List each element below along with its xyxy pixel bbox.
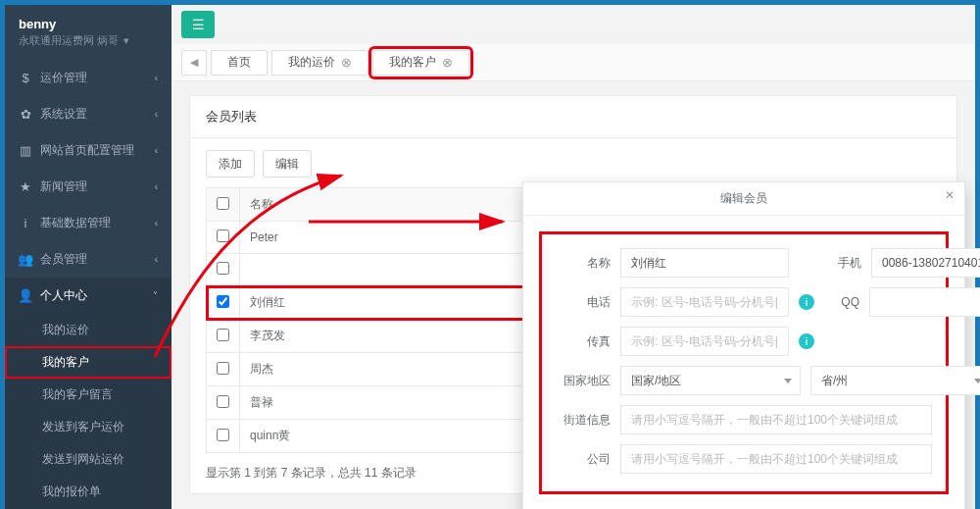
- cell-name: 刘俏红: [240, 286, 560, 320]
- user-name: benny: [19, 17, 158, 31]
- mobile-field[interactable]: [871, 248, 980, 278]
- sidebar-subitem[interactable]: 我的报价单: [5, 476, 172, 508]
- edit-button[interactable]: 编辑: [263, 150, 312, 178]
- card-title: 会员列表: [190, 96, 956, 138]
- label-phone: 电话: [556, 294, 611, 311]
- label-name: 名称: [556, 255, 611, 272]
- sidebar-item-label: 系统设置: [40, 106, 87, 123]
- main: ☰ ◀ 首页我的运价⊗我的客户⊗ 会员列表 添加 编辑: [172, 5, 975, 509]
- label-street: 街道信息: [556, 412, 611, 429]
- menu-icon: 👥: [19, 252, 32, 267]
- sidebar-subitem[interactable]: 发送到客户运价: [5, 411, 172, 443]
- tab-label: 我的客户: [389, 54, 436, 71]
- chevron-left-icon: ‹: [155, 181, 158, 192]
- topbar: ☰: [172, 5, 975, 44]
- tab[interactable]: 我的客户⊗: [372, 50, 469, 76]
- fax-field[interactable]: [620, 327, 789, 356]
- sidebar-subitem[interactable]: 我的客户留言: [5, 379, 172, 411]
- cell-name: [240, 254, 560, 286]
- sidebar-item[interactable]: i基础数据管理‹: [5, 205, 172, 241]
- menu-icon: ✿: [19, 107, 32, 122]
- select-all-checkbox[interactable]: [217, 197, 229, 210]
- chevron-left-icon: ‹: [155, 218, 158, 229]
- sidebar-item-label: 会员管理: [40, 251, 87, 268]
- sidebar-item[interactable]: 👥会员管理‹: [5, 241, 172, 278]
- label-fax: 传真: [556, 333, 611, 350]
- hamburger-button[interactable]: ☰: [181, 11, 215, 38]
- row-checkbox[interactable]: [217, 262, 229, 275]
- edit-member-dialog: 编辑会员 ✕ 名称 手机 电话: [522, 181, 965, 509]
- cell-name: Peter: [240, 222, 560, 254]
- cell-name: 周杰: [240, 353, 560, 386]
- row-checkbox[interactable]: [217, 229, 229, 242]
- info-icon[interactable]: i: [799, 333, 814, 349]
- sidebar-item[interactable]: ★新闻管理‹: [5, 169, 172, 205]
- label-region: 国家地区: [556, 373, 611, 389]
- country-select[interactable]: [620, 366, 801, 395]
- chevron-left-icon: ‹: [155, 145, 158, 156]
- tabbar: ◀ 首页我的运价⊗我的客户⊗: [172, 44, 975, 81]
- sidebar-item-label: 运价管理: [40, 70, 87, 86]
- province-select[interactable]: [810, 366, 980, 395]
- info-icon[interactable]: i: [799, 294, 814, 310]
- menu-icon: $: [19, 71, 32, 85]
- row-checkbox[interactable]: [217, 329, 229, 341]
- company-field[interactable]: [620, 444, 932, 474]
- menu-icon: ★: [19, 179, 32, 194]
- caret-down-icon: ▾: [123, 34, 129, 46]
- sidebar-item-label: 基础数据管理: [40, 215, 111, 231]
- content: 会员列表 添加 编辑 名称 手机: [172, 81, 975, 509]
- chevron-left-icon: ˅: [153, 290, 158, 301]
- dialog-title: 编辑会员: [720, 191, 767, 205]
- cell-name: 普禄: [240, 386, 560, 420]
- phone-field[interactable]: [620, 287, 789, 317]
- sidebar-item-label: 网站首页配置管理: [40, 142, 134, 159]
- add-button[interactable]: 添加: [206, 150, 255, 178]
- sidebar: benny 永联通用运费网 炳哥 ▾ $运价管理‹✿系统设置‹▥网站首页配置管理…: [5, 5, 172, 509]
- row-checkbox[interactable]: [217, 295, 229, 308]
- chevron-left-icon: ‹: [155, 73, 158, 83]
- menu-icon: ▥: [19, 143, 32, 158]
- menu-icon: i: [19, 216, 32, 230]
- name-field[interactable]: [620, 248, 789, 278]
- dialog-close-icon[interactable]: ✕: [945, 188, 955, 202]
- col-name: 名称: [240, 188, 560, 222]
- qq-field[interactable]: [869, 287, 980, 317]
- label-mobile: 手机: [826, 255, 861, 272]
- tab-label: 我的运价: [288, 54, 335, 71]
- sidebar-item-label: 新闻管理: [40, 178, 87, 195]
- tab-close-icon[interactable]: ⊗: [442, 55, 453, 70]
- sidebar-user[interactable]: benny 永联通用运费网 炳哥 ▾: [5, 5, 172, 60]
- cell-name: quinn黄: [240, 420, 560, 453]
- row-checkbox[interactable]: [217, 429, 229, 441]
- menu-icon: 👤: [19, 288, 32, 303]
- tab[interactable]: 我的运价⊗: [271, 50, 368, 76]
- sidebar-item[interactable]: 👤个人中心˅: [5, 278, 172, 314]
- cell-name: 李茂发: [240, 320, 560, 353]
- sidebar-item-label: 个人中心: [40, 287, 87, 304]
- tab[interactable]: 首页: [211, 50, 268, 76]
- street-field[interactable]: [620, 405, 932, 434]
- sidebar-subitem[interactable]: 我的客户: [5, 346, 172, 379]
- sidebar-item[interactable]: ▥网站首页配置管理‹: [5, 132, 172, 169]
- sidebar-subitem[interactable]: 我的运价: [5, 314, 172, 346]
- tab-close-icon[interactable]: ⊗: [341, 55, 352, 70]
- row-checkbox[interactable]: [217, 362, 229, 375]
- label-qq: QQ: [824, 295, 859, 309]
- user-subtitle: 永联通用运费网 炳哥: [19, 34, 119, 46]
- sidebar-nav: $运价管理‹✿系统设置‹▥网站首页配置管理‹★新闻管理‹i基础数据管理‹👥会员管…: [5, 60, 172, 509]
- chevron-left-icon: ‹: [155, 109, 158, 120]
- sidebar-subitem[interactable]: 发送到网站运价: [5, 443, 172, 476]
- tab-scroll-left[interactable]: ◀: [181, 50, 207, 76]
- dialog-form: 名称 手机 电话 i QQ: [539, 231, 949, 494]
- sidebar-item[interactable]: $运价管理‹: [5, 60, 172, 96]
- sidebar-item[interactable]: ✿系统设置‹: [5, 96, 172, 132]
- tab-label: 首页: [227, 54, 251, 71]
- chevron-left-icon: ‹: [155, 254, 158, 265]
- label-company: 公司: [556, 451, 611, 468]
- row-checkbox[interactable]: [217, 395, 229, 408]
